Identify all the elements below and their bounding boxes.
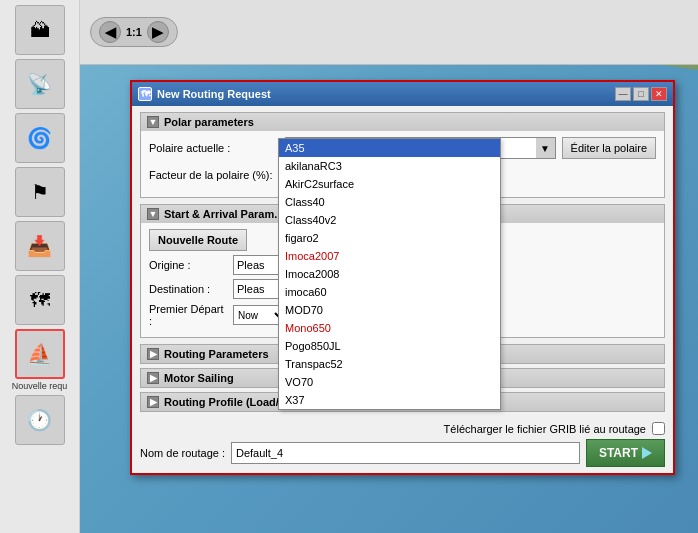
dropdown-item-transpac52[interactable]: Transpac52 — [279, 355, 500, 373]
sidebar-item-nouvelle-requete[interactable]: ⛵ — [15, 329, 65, 379]
top-toolbar: ◀ 1:1 ▶ — [80, 0, 698, 65]
dropdown-item-imoca2007[interactable]: Imoca2007 — [279, 247, 500, 265]
zoom-level: 1:1 — [126, 26, 142, 38]
dropdown-item-vo70[interactable]: VO70 — [279, 373, 500, 391]
sidebar-item-8[interactable]: 🕐 — [15, 395, 65, 445]
start-section-title: Start & Arrival Param... — [164, 208, 283, 220]
dropdown-item-akilanarc3[interactable]: akilanaRC3 — [279, 157, 500, 175]
sidebar-item-1[interactable]: 🏔 — [15, 5, 65, 55]
dialog-title-left: 🗺 New Routing Request — [138, 87, 271, 101]
download-row: Télécharger le fichier GRIB lié au routa… — [140, 422, 665, 435]
nouvelle-route-btn[interactable]: Nouvelle Route — [149, 229, 247, 251]
zoom-out-btn[interactable]: ◀ — [99, 21, 121, 43]
zoom-in-btn[interactable]: ▶ — [147, 21, 169, 43]
edit-polaire-btn[interactable]: Éditer la polaire — [562, 137, 656, 159]
dropdown-item-akiirc2surface[interactable]: AkirC2surface — [279, 175, 500, 193]
polar-section-title: Polar parameters — [164, 116, 254, 128]
start-btn-label: START — [599, 446, 638, 460]
depart-label: Premier Départ : — [149, 303, 229, 327]
facteur-label: Facteur de la polaire (%): — [149, 169, 279, 181]
dropdown-item-class40v2[interactable]: Class40v2 — [279, 211, 500, 229]
dialog-title: New Routing Request — [157, 88, 271, 100]
routing-collapse-icon: ▶ — [147, 348, 159, 360]
maximize-btn[interactable]: □ — [633, 87, 649, 101]
sidebar: 🏔 📡 🌀 ⚑ 📥 🗺 ⛵ Nouvelle requ 🕐 — [0, 0, 80, 533]
dropdown-item-mod70[interactable]: MOD70 — [279, 301, 500, 319]
polar-dropdown: A35 akilanaRC3 AkirC2surface Class40 Cla… — [278, 138, 501, 410]
routing-section-title: Routing Parameters — [164, 348, 269, 360]
profile-collapse-icon: ▶ — [147, 396, 159, 408]
sidebar-item-6[interactable]: 🗺 — [15, 275, 65, 325]
dialog-titlebar: 🗺 New Routing Request — □ ✕ — [132, 82, 673, 106]
dropdown-item-imoca60[interactable]: imoca60 — [279, 283, 500, 301]
dropdown-item-a35[interactable]: A35 — [279, 139, 500, 157]
dialog-bottom: Télécharger le fichier GRIB lié au routa… — [132, 416, 673, 473]
polaire-actuelle-label: Polaire actuelle : — [149, 142, 279, 154]
dropdown-item-imoca2008[interactable]: Imoca2008 — [279, 265, 500, 283]
start-collapse-icon: ▼ — [147, 208, 159, 220]
destination-label: Destination : — [149, 283, 229, 295]
polar-section-header[interactable]: ▼ Polar parameters — [141, 113, 664, 131]
download-checkbox[interactable] — [652, 422, 665, 435]
sidebar-item-3[interactable]: 🌀 — [15, 113, 65, 163]
start-icon — [642, 447, 652, 459]
motor-section-title: Motor Sailing — [164, 372, 234, 384]
polar-collapse-icon: ▼ — [147, 116, 159, 128]
dialog-icon: 🗺 — [138, 87, 152, 101]
sidebar-item-2[interactable]: 📡 — [15, 59, 65, 109]
motor-collapse-icon: ▶ — [147, 372, 159, 384]
minimize-btn[interactable]: — — [615, 87, 631, 101]
dropdown-item-class40[interactable]: Class40 — [279, 193, 500, 211]
close-btn[interactable]: ✕ — [651, 87, 667, 101]
dropdown-item-x37[interactable]: X37 — [279, 391, 500, 409]
sidebar-item-label-7: Nouvelle requ — [5, 381, 75, 391]
routing-name-input[interactable] — [231, 442, 580, 464]
sidebar-item-5[interactable]: 📥 — [15, 221, 65, 271]
start-routing-btn[interactable]: START — [586, 439, 665, 467]
routing-name-label: Nom de routage : — [140, 447, 225, 459]
dropdown-item-pogo850jl[interactable]: Pogo850JL — [279, 337, 500, 355]
title-buttons: — □ ✕ — [615, 87, 667, 101]
dropdown-item-figaro2[interactable]: figaro2 — [279, 229, 500, 247]
sidebar-item-4[interactable]: ⚑ — [15, 167, 65, 217]
polaire-dropdown-arrow[interactable]: ▼ — [536, 137, 556, 159]
download-label: Télécharger le fichier GRIB lié au routa… — [444, 423, 646, 435]
zoom-control: ◀ 1:1 ▶ — [90, 17, 178, 47]
origine-label: Origine : — [149, 259, 229, 271]
dropdown-item-mono650[interactable]: Mono650 — [279, 319, 500, 337]
routing-name-row: Nom de routage : START — [140, 439, 665, 467]
